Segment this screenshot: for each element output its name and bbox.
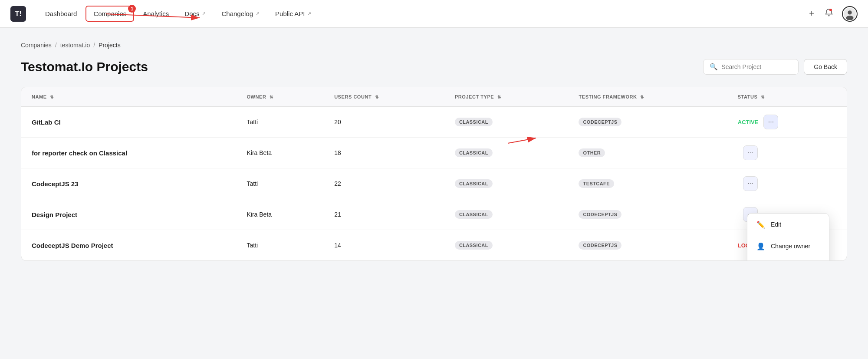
cell-users: 20 bbox=[324, 107, 444, 138]
cell-framework: CODECEPTJS bbox=[568, 230, 727, 261]
external-link-icon-2: ↗ bbox=[256, 11, 260, 16]
col-owner[interactable]: OWNER ⇅ bbox=[237, 87, 324, 107]
svg-point-0 bbox=[829, 15, 830, 16]
notifications-button[interactable] bbox=[823, 7, 835, 21]
more-actions-button[interactable]: ··· bbox=[743, 145, 758, 160]
breadcrumb-sep-1: / bbox=[55, 42, 57, 49]
table-row: CodeceptJS Demo Project Tatti 14 CLASSIC… bbox=[21, 230, 847, 261]
more-actions-button[interactable]: ··· bbox=[743, 176, 758, 191]
navbar: T! Dashboard Companies 1 Analytics Docs … bbox=[0, 0, 868, 28]
nav-companies[interactable]: Companies 1 bbox=[85, 6, 134, 22]
projects-table: NAME ⇅ OWNER ⇅ USERS COUNT ⇅ PROJECT TYP… bbox=[21, 87, 847, 260]
search-icon: 🔍 bbox=[710, 63, 718, 71]
status-badge: ACTIVE bbox=[738, 119, 759, 125]
external-link-icon: ↗ bbox=[202, 11, 206, 16]
app-logo[interactable]: T! bbox=[10, 6, 26, 22]
cell-framework: CODECEPTJS bbox=[568, 199, 727, 230]
nav-analytics[interactable]: Analytics bbox=[136, 7, 176, 21]
nav-changelog[interactable]: Changelog ↗ bbox=[214, 7, 266, 21]
cell-framework: CODECEPTJS bbox=[568, 107, 727, 138]
external-link-icon-3: ↗ bbox=[307, 11, 311, 16]
breadcrumb-company[interactable]: testomat.io bbox=[60, 42, 90, 49]
dropdown-item-label: Edit bbox=[771, 221, 781, 228]
sort-users-icon: ⇅ bbox=[375, 95, 379, 99]
person-icon: 👤 bbox=[756, 241, 766, 251]
cell-type: CLASSICAL bbox=[444, 230, 569, 261]
breadcrumb-companies[interactable]: Companies bbox=[21, 42, 52, 49]
table-row: Design Project Kira Beta 21 CLASSICAL CO… bbox=[21, 199, 847, 230]
col-project-type[interactable]: PROJECT TYPE ⇅ bbox=[444, 87, 569, 107]
nav-dashboard[interactable]: Dashboard bbox=[38, 7, 84, 21]
cell-name: CodeceptJS 23 bbox=[21, 168, 237, 199]
dropdown-item-edit[interactable]: ✏️ Edit bbox=[747, 214, 829, 235]
cell-status: ··· bbox=[727, 168, 847, 199]
companies-badge: 1 bbox=[128, 5, 136, 13]
cell-type: CLASSICAL bbox=[444, 107, 569, 138]
cell-users: 21 bbox=[324, 199, 444, 230]
cell-name: Design Project bbox=[21, 199, 237, 230]
edit-icon: ✏️ bbox=[756, 220, 766, 229]
cell-type: CLASSICAL bbox=[444, 199, 569, 230]
projects-table-container: NAME ⇅ OWNER ⇅ USERS COUNT ⇅ PROJECT TYP… bbox=[21, 87, 847, 261]
cell-name: CodeceptJS Demo Project bbox=[21, 230, 237, 261]
sort-owner-icon: ⇅ bbox=[270, 95, 273, 99]
cell-owner: Tatti bbox=[237, 230, 324, 261]
cell-status: ··· bbox=[727, 138, 847, 168]
table-row: for reporter check on Classical Kira Bet… bbox=[21, 138, 847, 168]
user-avatar[interactable] bbox=[842, 6, 858, 22]
page-title: Testomat.Io Projects bbox=[21, 59, 148, 74]
go-back-button[interactable]: Go Back bbox=[804, 59, 847, 75]
cell-users: 18 bbox=[324, 138, 444, 168]
dropdown-item-change-owner[interactable]: 👤 Change owner bbox=[747, 235, 829, 257]
col-status[interactable]: STATUS ⇅ bbox=[727, 87, 847, 107]
cell-users: 22 bbox=[324, 168, 444, 199]
cell-owner: Tatti bbox=[237, 107, 324, 138]
add-button[interactable]: + bbox=[807, 7, 816, 20]
page-header: Testomat.Io Projects 🔍 Go Back bbox=[21, 59, 847, 75]
cell-type: CLASSICAL bbox=[444, 168, 569, 199]
cell-owner: Kira Beta bbox=[237, 138, 324, 168]
cell-name: for reporter check on Classical bbox=[21, 138, 237, 168]
cell-owner: Tatti bbox=[237, 168, 324, 199]
svg-point-3 bbox=[848, 10, 852, 14]
sort-framework-icon: ⇅ bbox=[640, 95, 644, 99]
cell-type: CLASSICAL bbox=[444, 138, 569, 168]
row-actions-dropdown: ✏️ Edit 👤 Change owner 📋 Clone Project 📥… bbox=[747, 213, 829, 261]
cell-owner: Kira Beta bbox=[237, 199, 324, 230]
nav-docs[interactable]: Docs ↗ bbox=[178, 7, 213, 21]
sort-name-icon: ⇅ bbox=[50, 95, 54, 99]
header-actions: 🔍 Go Back bbox=[703, 59, 847, 75]
cell-framework: OTHER bbox=[568, 138, 727, 168]
col-users-count[interactable]: USERS COUNT ⇅ bbox=[324, 87, 444, 107]
nav-public-api[interactable]: Public API ↗ bbox=[268, 7, 318, 21]
main-content: Companies / testomat.io / Projects Testo… bbox=[0, 28, 868, 275]
svg-point-1 bbox=[829, 9, 832, 11]
nav-items: Dashboard Companies 1 Analytics Docs ↗ C… bbox=[38, 6, 807, 22]
table-header-row: NAME ⇅ OWNER ⇅ USERS COUNT ⇅ PROJECT TYP… bbox=[21, 87, 847, 107]
breadcrumb: Companies / testomat.io / Projects bbox=[21, 42, 847, 49]
col-testing-framework[interactable]: TESTING FRAMEWORK ⇅ bbox=[568, 87, 727, 107]
cell-framework: TESTCAFE bbox=[568, 168, 727, 199]
table-row: GitLab CI Tatti 20 CLASSICAL CODECEPTJS … bbox=[21, 107, 847, 138]
search-input[interactable] bbox=[721, 63, 792, 70]
sort-status-icon: ⇅ bbox=[761, 95, 765, 99]
search-box[interactable]: 🔍 bbox=[703, 59, 799, 75]
sort-type-icon: ⇅ bbox=[497, 95, 501, 99]
dropdown-item-clone-project[interactable]: 📋 Clone Project bbox=[747, 257, 829, 261]
cell-status: ACTIVE ··· bbox=[727, 107, 847, 138]
dropdown-item-label: Change owner bbox=[771, 243, 810, 250]
col-name[interactable]: NAME ⇅ bbox=[21, 87, 237, 107]
breadcrumb-current: Projects bbox=[99, 42, 121, 49]
breadcrumb-sep-2: / bbox=[93, 42, 95, 49]
table-row: CodeceptJS 23 Tatti 22 CLASSICAL TESTCAF… bbox=[21, 168, 847, 199]
nav-right: + bbox=[807, 6, 858, 22]
more-actions-button[interactable]: ··· bbox=[763, 115, 778, 129]
cell-name: GitLab CI bbox=[21, 107, 237, 138]
cell-users: 14 bbox=[324, 230, 444, 261]
